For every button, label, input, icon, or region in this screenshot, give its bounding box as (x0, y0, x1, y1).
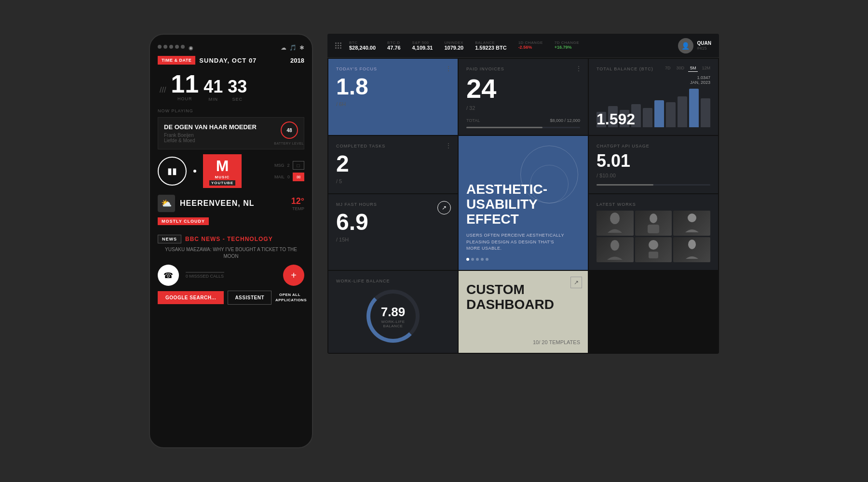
call-button[interactable]: ☎ (158, 265, 179, 286)
work-5-inner (635, 237, 672, 262)
google-search-button[interactable]: GOOGLE SEARCH... (158, 291, 224, 304)
music-letter: M (216, 157, 229, 175)
mail-icon: ✉ (293, 173, 304, 181)
btc-ticker: BTC $28,240.00 (349, 40, 376, 51)
time-date-label: TIME & DATE (158, 56, 195, 65)
weather-section: ⛅ HEERENVEEN, NL 12° TEMP (158, 195, 304, 212)
dot-4[interactable] (481, 258, 484, 261)
battery-label: BATTERY LEVEL (274, 142, 304, 145)
paid-invoices-value: 24 (466, 75, 580, 102)
date-display: SUNDAY, OCT 07 (199, 57, 286, 64)
mj-value: 6.9 (336, 211, 450, 234)
time-date-bar: TIME & DATE SUNDAY, OCT 07 2018 (158, 56, 304, 65)
dot-1[interactable] (466, 258, 469, 261)
msg-count: 2 (287, 163, 289, 168)
min-label: MIN (208, 97, 218, 102)
weather-temp-group: 12° TEMP (291, 196, 304, 211)
invoices-total-area: TOTAL $8,000 / 12,000 (466, 118, 580, 128)
bottom-bar: GOOGLE SEARCH... ASSISTENT OPEN ALL APPL… (158, 291, 304, 305)
second-display: 33 (228, 77, 247, 97)
bar-9 (689, 89, 699, 127)
chatgpt-cell: CHATGPT API USAGE 5.01 / $10.00 (589, 136, 718, 193)
dot-5[interactable] (486, 258, 488, 261)
gauge-value: 7.89 (381, 305, 406, 320)
work-1-inner (597, 211, 634, 236)
time-row: /// 11 HOUR 41 MIN 33 SEC (158, 71, 304, 102)
aesthetic-cell: AESTHETIC-USABILITYEFFECT USERS OFTEN PE… (459, 136, 588, 270)
mj-sub: / 15H (336, 237, 450, 242)
signal-dots: ◉ (158, 45, 193, 51)
work-1[interactable] (597, 211, 634, 236)
sp500-label: S&P 500 (412, 40, 433, 45)
invoices-progress-fill (466, 127, 542, 128)
focus-value: 1.8 (336, 75, 450, 98)
bar-10 (701, 98, 710, 127)
svg-point-5 (649, 240, 658, 250)
btcd-label: BTC.D (387, 40, 401, 45)
custom-title: CUSTOMDASHBOARD (466, 282, 580, 312)
balance-value: 1.59223 BTC (475, 45, 506, 51)
worklife-cell: WORK-LIFE BALANCE 7.89 WORK-LIFEBALANCE (328, 271, 458, 353)
tab-5m[interactable]: 5M (688, 65, 698, 72)
tasks-menu-icon[interactable]: ⋮ (445, 142, 452, 149)
gauge-container: 7.89 WORK-LIFEBALANCE (336, 287, 450, 345)
sp500-ticker: S&P 500 4,109.31 (412, 40, 433, 51)
work-2[interactable] (635, 211, 672, 236)
weather-temp: 12° (291, 196, 304, 206)
assistant-button[interactable]: ASSISTENT (228, 291, 271, 305)
msg-row: MSG 2 □ (274, 161, 304, 170)
focus-cell: TODAY'S FOCUS 1.8 / 6H ⋮ (328, 59, 458, 135)
svg-point-0 (610, 213, 620, 224)
phone-status-bar: ◉ ☁🎵✱ (158, 44, 304, 51)
grid-menu-icon[interactable] (335, 42, 341, 49)
user-profile[interactable]: 👤 QUAN #415 (678, 38, 711, 54)
chatgpt-value: 5.01 (597, 152, 710, 170)
change1d-ticker: 1D CHANGE -2.56% (518, 40, 543, 51)
weather-icon: ⛅ (158, 195, 175, 212)
dashboard: BTC $28,240.00 BTC.D 47.76 S&P 500 4,109… (327, 34, 719, 354)
message-icon: □ (293, 161, 304, 170)
aesthetic-nav-dots (466, 258, 580, 261)
notifications-area: MSG 2 □ MAIL 0 ✉ (274, 161, 304, 181)
mj-label: MJ FAST HOURS (336, 202, 450, 207)
open-apps-button[interactable]: OPEN ALL APPLICATIONS (275, 293, 304, 303)
weather-info: HEERENVEEN, NL (180, 199, 254, 208)
tab-12m[interactable]: 12M (700, 65, 712, 72)
work-3-inner (673, 211, 710, 236)
pause-button[interactable]: ▮▮ (158, 157, 187, 186)
dot-2[interactable] (471, 258, 474, 261)
decoration-slashes: /// (160, 86, 166, 94)
tab-7d[interactable]: 7D (663, 65, 673, 72)
battery-indicator: 48 (281, 121, 298, 139)
invoices-progress-bar (466, 127, 580, 128)
dashboard-grid: TODAY'S FOCUS 1.8 / 6H ⋮ PAID INVOICES 2… (327, 58, 719, 354)
chatgpt-progress-fill (597, 184, 653, 186)
work-3[interactable] (673, 211, 710, 236)
change7d-value: +16.79% (555, 45, 579, 50)
fab-add-button[interactable]: + (283, 265, 304, 286)
work-4[interactable] (597, 237, 634, 262)
year-display: 2018 (290, 57, 304, 64)
dot-3[interactable] (476, 258, 479, 261)
work-6[interactable] (673, 237, 710, 262)
mj-arrow-button[interactable]: ↗ (437, 201, 451, 214)
unindex-label: UNINDEX (444, 40, 463, 45)
focus-menu-icon[interactable]: ⋮ (445, 65, 452, 72)
tab-30d[interactable]: 30D (674, 65, 686, 72)
user-name: QUAN (697, 40, 711, 46)
hour-display: 11 (171, 71, 199, 96)
ticker-bar: BTC $28,240.00 BTC.D 47.76 S&P 500 4,109… (349, 40, 670, 51)
music-label: MUSIC (215, 175, 230, 179)
work-5[interactable] (635, 237, 672, 262)
balance-label: BALANCE (475, 40, 506, 45)
song-artist1: Frank Boeijen (164, 133, 298, 138)
invoices-menu-icon[interactable]: ⋮ (575, 65, 582, 72)
circle-decoration-2 (530, 165, 569, 203)
user-id: #415 (697, 46, 711, 51)
music-app-icon[interactable]: M MUSIC YOUTUBE (203, 154, 242, 188)
gauge-label: WORK-LIFEBALANCE (381, 320, 405, 328)
balance-value: 1.592 (597, 110, 635, 128)
custom-arrow-button[interactable]: ↗ (570, 277, 582, 288)
chatgpt-sub: / $10.00 (597, 173, 710, 178)
minute-display: 41 (203, 77, 223, 97)
